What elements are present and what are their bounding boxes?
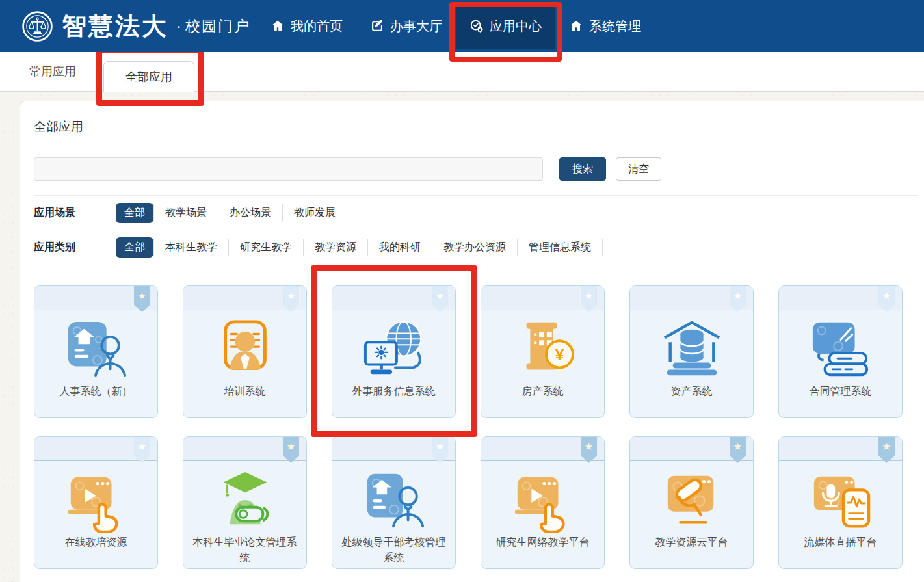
brand: 智慧法大 · 校园门户: [21, 10, 250, 43]
app-card-4[interactable]: ★¥房产系统: [481, 285, 605, 418]
separator: [602, 239, 603, 256]
filter-option[interactable]: 管理信息系统: [518, 241, 602, 254]
app-grid: ★人事系统（新）★培训系统★外事服务信息系统★¥房产系统★资产系统★合同管理系统…: [34, 285, 924, 569]
search-input[interactable]: [34, 157, 543, 181]
star-icon: ★: [733, 291, 742, 312]
app-name: 培训系统: [218, 384, 272, 399]
filter-option[interactable]: 本科生教学: [154, 241, 228, 254]
card-body: 合同管理系统: [779, 310, 902, 399]
filter-option[interactable]: 教学资源: [304, 241, 367, 254]
app-card-8[interactable]: ★本科生毕业论文管理系统: [183, 436, 307, 569]
nav-item-label: 应用中心: [490, 18, 542, 35]
app-name: 本科生毕业论文管理系统: [183, 535, 306, 566]
edit-square-icon: [370, 19, 384, 33]
window-mic-icon: [653, 467, 730, 535]
card-body: 外事服务信息系统: [332, 310, 455, 399]
app-name: 人事系统（新）: [54, 384, 139, 399]
app-name: 合同管理系统: [804, 384, 878, 399]
main-nav: 我的首页办事大厅应用中心系统管理: [257, 3, 655, 49]
graduate-scroll-icon: [207, 467, 284, 535]
star-icon: ★: [138, 291, 146, 312]
card-body: 本科生毕业论文管理系统: [183, 461, 306, 566]
panel-title: 全部应用: [34, 118, 924, 135]
filter-row-category: 应用类别全部本科生教学研究生教学教学资源我的科研教学办公资源管理信息系统: [34, 230, 918, 264]
apps-panel: 全部应用 搜索 清空 应用场景全部教学场景办公场景教师发展应用类别全部本科生教学…: [20, 101, 924, 582]
star-icon: ★: [585, 442, 593, 463]
app-name: 在线教培资源: [59, 535, 133, 550]
filters: 应用场景全部教学场景办公场景教师发展应用类别全部本科生教学研究生教学教学资源我的…: [34, 196, 924, 264]
top-navbar: 智慧法大 · 校园门户 我的首页办事大厅应用中心系统管理: [0, 0, 924, 52]
filter-option[interactable]: 教师发展: [283, 206, 347, 220]
tab-label: 常用应用: [29, 65, 76, 78]
filter-label: 应用类别: [34, 241, 116, 254]
app-card-5[interactable]: ★资产系统: [629, 285, 754, 418]
star-icon: ★: [585, 291, 593, 312]
tab-bar: 常用应用全部应用: [0, 52, 924, 92]
svg-text:¥: ¥: [555, 346, 564, 364]
filter-option-selected[interactable]: 全部: [116, 203, 153, 223]
star-icon: ★: [882, 442, 891, 463]
filter-option[interactable]: 教学场景: [154, 206, 218, 220]
app-name: 教学资源云平台: [650, 535, 734, 550]
tab-all-apps[interactable]: 全部应用: [103, 61, 194, 92]
app-card-12[interactable]: ★流媒体直播平台: [778, 436, 903, 569]
app-card-2[interactable]: ★培训系统: [183, 285, 307, 418]
card-body: ¥房产系统: [481, 310, 604, 399]
nav-item-service-hall[interactable]: 办事大厅: [356, 3, 456, 49]
building-yuan-icon: ¥: [505, 316, 581, 384]
app-card-6[interactable]: ★合同管理系统: [778, 285, 903, 418]
card-person-icon: [356, 467, 432, 535]
separator: [347, 204, 347, 221]
nav-item-label: 系统管理: [589, 18, 641, 35]
filter-option[interactable]: 研究生教学: [229, 241, 303, 254]
trainer-icon: [207, 316, 284, 384]
filter-option-selected[interactable]: 全部: [116, 237, 153, 258]
tab-common-apps[interactable]: 常用应用: [29, 64, 76, 79]
card-body: 在线教培资源: [34, 461, 157, 550]
app-name: 房产系统: [516, 384, 570, 399]
filter-option[interactable]: 教学办公资源: [432, 241, 517, 254]
nav-item-app-center[interactable]: 应用中心: [456, 3, 555, 49]
clear-button[interactable]: 清空: [616, 157, 661, 181]
star-icon: ★: [733, 442, 742, 463]
video-hand-icon: [505, 467, 581, 535]
nav-item-label: 办事大厅: [390, 18, 442, 35]
brand-subtitle: 校园门户: [185, 16, 250, 36]
video-hand-icon: [58, 467, 135, 535]
app-card-9[interactable]: ★处级领导干部考核管理系统: [332, 436, 456, 569]
card-body: 研究生网络教学平台: [481, 461, 604, 550]
app-card-1[interactable]: ★人事系统（新）: [34, 285, 158, 418]
app-card-11[interactable]: ★教学资源云平台: [629, 436, 754, 569]
card-body: 教学资源云平台: [630, 461, 753, 550]
app-card-10[interactable]: ★研究生网络教学平台: [481, 436, 605, 569]
filter-option[interactable]: 我的科研: [368, 241, 432, 254]
star-icon: ★: [287, 442, 295, 463]
app-card-3[interactable]: ★外事服务信息系统: [332, 285, 456, 418]
app-center-icon: [469, 19, 484, 33]
school-logo-icon: [21, 10, 53, 42]
app-name: 处级领导干部考核管理系统: [332, 535, 455, 566]
app-name: 外事服务信息系统: [347, 384, 442, 399]
star-icon: ★: [436, 291, 444, 312]
bank-database-icon: [653, 316, 730, 384]
app-card-7[interactable]: ★在线教培资源: [34, 436, 158, 569]
star-icon: ★: [882, 291, 891, 312]
search-row: 搜索 清空: [34, 157, 918, 196]
nav-item-my-home[interactable]: 我的首页: [257, 3, 356, 49]
app-name: 研究生网络教学平台: [490, 535, 596, 550]
search-button[interactable]: 搜索: [559, 157, 606, 181]
card-body: 人事系统（新）: [34, 310, 157, 399]
hr-person-icon: [58, 316, 135, 384]
globe-monitor-icon: [356, 316, 432, 384]
mic-phone-icon: [802, 467, 879, 535]
app-name: 流媒体直播平台: [799, 535, 883, 550]
star-icon: ★: [287, 291, 295, 312]
home-icon: [569, 19, 583, 33]
home-icon: [271, 19, 285, 33]
star-icon: ★: [138, 442, 146, 463]
card-body: 培训系统: [183, 310, 306, 399]
card-body: 处级领导干部考核管理系统: [332, 461, 455, 566]
filter-option[interactable]: 办公场景: [218, 206, 282, 220]
app-name: 资产系统: [665, 384, 719, 399]
nav-item-system-admin[interactable]: 系统管理: [555, 3, 655, 49]
